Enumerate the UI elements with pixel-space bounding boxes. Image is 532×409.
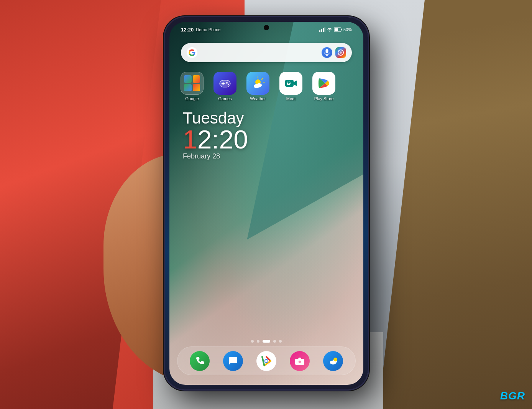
camera-cutout — [264, 25, 269, 30]
svg-line-21 — [262, 79, 263, 79]
app-playstore[interactable]: Play Store — [309, 72, 339, 101]
clock-day: Tuesday — [183, 110, 248, 126]
playstore-label: Play Store — [314, 96, 334, 101]
svg-point-34 — [298, 360, 301, 363]
svg-point-35 — [302, 359, 303, 360]
page-dot-1 — [251, 340, 254, 343]
status-right: 50% — [319, 27, 352, 32]
svg-rect-3 — [324, 27, 325, 32]
signal-icon — [319, 27, 325, 32]
mini-gmail-icon — [184, 75, 192, 83]
lens-icon — [337, 49, 344, 56]
page-dot-4 — [273, 340, 276, 343]
page-dot-3-active — [263, 340, 270, 343]
svg-point-28 — [287, 81, 290, 84]
clock-widget: Tuesday 12:20 February 28 — [183, 110, 248, 160]
google-folder-icon[interactable] — [181, 72, 204, 95]
page-dot-5 — [279, 340, 282, 343]
dock-messages-icon[interactable] — [223, 351, 243, 371]
svg-rect-2 — [323, 28, 324, 32]
games-icon[interactable] — [213, 72, 236, 95]
app-weather[interactable]: Weather — [243, 72, 273, 101]
search-mic-button[interactable] — [322, 47, 332, 58]
mic-icon — [324, 49, 330, 56]
svg-point-38 — [330, 361, 334, 364]
meet-icon-svg — [284, 76, 298, 91]
clock-time-rest: 2:20 — [197, 126, 248, 152]
phone-container: 12:20 Demo Phone — [165, 17, 368, 389]
mini-drive-icon — [184, 84, 192, 92]
search-lens-button[interactable] — [335, 47, 346, 58]
google-folder-label: Google — [185, 96, 199, 101]
app-google-folder[interactable]: Google — [177, 72, 207, 101]
svg-rect-14 — [220, 80, 230, 87]
meet-label: Meet — [286, 96, 296, 101]
status-demo-label: Demo Phone — [196, 27, 220, 32]
messages-icon — [228, 356, 238, 366]
page-dot-2 — [257, 340, 259, 343]
search-bar[interactable] — [181, 43, 352, 62]
games-label: Games — [218, 96, 232, 101]
mini-youtube-icon — [193, 75, 200, 83]
dock-phone-icon[interactable] — [190, 351, 210, 371]
dock-chrome-icon[interactable] — [256, 351, 276, 371]
app-games[interactable]: Games — [210, 72, 240, 101]
bgr-watermark: BGR — [500, 390, 525, 402]
page-indicators — [251, 340, 282, 343]
clock-time-digit-1: 1 — [183, 126, 197, 152]
playstore-icon[interactable] — [312, 72, 335, 95]
status-time: 12:20 — [181, 27, 194, 33]
svg-point-4 — [329, 31, 330, 31]
svg-point-39 — [333, 358, 337, 361]
camera-icon — [295, 357, 305, 365]
mini-maps-icon — [193, 84, 200, 92]
bottom-dock — [177, 346, 356, 375]
svg-rect-0 — [319, 30, 320, 32]
battery-percent: 50% — [343, 27, 352, 32]
dock-weather-icon — [328, 356, 338, 366]
svg-point-25 — [254, 85, 258, 88]
svg-rect-7 — [334, 28, 338, 31]
svg-point-17 — [226, 82, 228, 84]
app-icons-row: Google Games — [177, 72, 356, 101]
dock-camera-icon[interactable] — [290, 351, 310, 371]
weather-label: Weather — [250, 96, 266, 101]
svg-point-13 — [340, 51, 342, 54]
playstore-icon-svg — [317, 77, 330, 90]
svg-point-18 — [228, 84, 229, 85]
clock-time: 12:20 — [183, 126, 248, 152]
chrome-icon — [260, 355, 273, 368]
svg-rect-6 — [341, 29, 342, 30]
wifi-icon — [327, 27, 333, 32]
meet-icon[interactable] — [279, 72, 302, 95]
svg-rect-1 — [321, 29, 322, 32]
battery-icon — [334, 27, 342, 32]
dock-weather-blue-icon[interactable] — [323, 351, 343, 371]
svg-point-32 — [265, 360, 268, 362]
phone-body: 12:20 Demo Phone — [165, 17, 368, 389]
app-meet[interactable]: Meet — [276, 72, 306, 101]
phone-screen[interactable]: 12:20 Demo Phone — [169, 22, 363, 385]
svg-rect-9 — [326, 49, 328, 53]
status-icons: 50% — [319, 27, 352, 32]
phone-icon — [195, 356, 205, 366]
weather-icon-svg — [251, 76, 265, 91]
google-logo — [187, 47, 197, 58]
weather-icon[interactable] — [246, 72, 269, 95]
games-icon-svg — [218, 76, 232, 90]
